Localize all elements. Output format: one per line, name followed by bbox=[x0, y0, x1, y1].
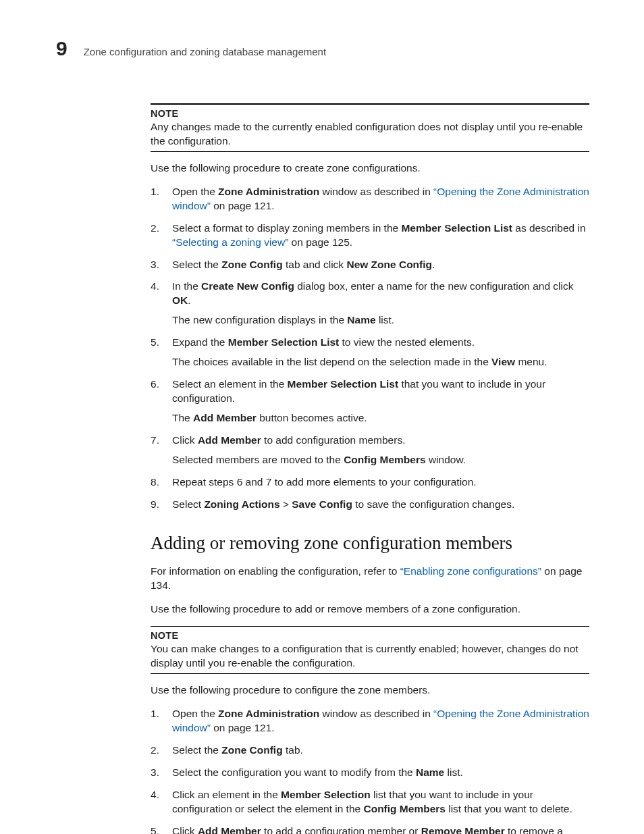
ui-term: Config Members bbox=[363, 803, 445, 814]
step-text: In the bbox=[172, 280, 201, 292]
ui-term: Zone Config bbox=[221, 744, 282, 756]
step-text: Click bbox=[172, 434, 198, 446]
ui-term: View bbox=[491, 356, 515, 367]
step-text: window as described in bbox=[319, 708, 433, 719]
running-title: Zone configuration and zoning database m… bbox=[84, 45, 326, 59]
page: 9 Zone configuration and zoning database… bbox=[56, 35, 589, 834]
cross-reference-link[interactable]: “Selecting a zoning view” bbox=[172, 236, 288, 248]
step-item: Select a format to display zoning member… bbox=[151, 221, 589, 250]
step-item: Click Add Member to add a configuration … bbox=[151, 825, 589, 834]
paragraph: For information on enabling the configur… bbox=[151, 565, 589, 593]
ui-term: New Zone Config bbox=[346, 259, 432, 270]
step-text: The bbox=[172, 412, 193, 423]
step-text: Select a format to display zoning member… bbox=[172, 222, 401, 234]
ui-term: Remove Member bbox=[421, 825, 505, 834]
ui-term: Name bbox=[347, 314, 375, 325]
step-text: button becomes active. bbox=[257, 412, 367, 423]
step-text: tab. bbox=[283, 744, 303, 756]
step-text: list that you want to delete. bbox=[446, 803, 572, 814]
ui-term: Name bbox=[416, 766, 444, 778]
step-text: to add a configuration member or bbox=[261, 825, 421, 834]
step-item: Select Zoning Actions > Save Config to s… bbox=[151, 498, 589, 512]
note-label: NOTE bbox=[151, 107, 589, 121]
chapter-number: 9 bbox=[56, 35, 68, 63]
step-item: In the Create New Config dialog box, ent… bbox=[151, 280, 589, 328]
ui-term: OK bbox=[172, 294, 188, 306]
ui-term: Member Selection List bbox=[401, 222, 512, 234]
step-item: Open the Zone Administration window as d… bbox=[151, 707, 589, 735]
ui-term: Save Config bbox=[292, 498, 352, 510]
step-text: list. bbox=[376, 314, 395, 325]
step-text: Expand the bbox=[172, 336, 228, 348]
ui-term: Zone Administration bbox=[218, 708, 319, 719]
step-text: Select the bbox=[172, 259, 221, 270]
note-rule bbox=[151, 151, 589, 152]
step-text: Click bbox=[172, 825, 198, 834]
intro-paragraph: Use the following procedure to create zo… bbox=[151, 161, 589, 176]
step-text: Select bbox=[172, 498, 204, 510]
step-result: The new configuration displays in the Na… bbox=[172, 313, 589, 328]
step-text: window as described in bbox=[319, 186, 433, 197]
step-text: The new configuration displays in the bbox=[172, 314, 347, 325]
step-item: Repeat steps 6 and 7 to add more element… bbox=[151, 475, 589, 490]
note-rule bbox=[151, 626, 589, 627]
step-text: Open the bbox=[172, 708, 218, 719]
procedure-list: Open the Zone Administration window as d… bbox=[151, 185, 589, 512]
step-text: to view the nested elements. bbox=[339, 336, 475, 348]
step-result: Selected members are moved to the Config… bbox=[172, 453, 589, 467]
step-text: The choices available in the list depend… bbox=[172, 356, 491, 367]
ui-term: Member Selection List bbox=[288, 378, 399, 390]
step-text: on page 121. bbox=[211, 722, 275, 733]
step-text: on page 125. bbox=[288, 236, 352, 248]
step-text: as described in bbox=[512, 222, 586, 234]
step-text: Select an element in the bbox=[172, 378, 288, 390]
step-item: Select the Zone Config tab and click New… bbox=[151, 258, 589, 272]
intro-paragraph: Use the following procedure to configure… bbox=[151, 683, 589, 698]
step-text: dialog box, enter a name for the new con… bbox=[294, 280, 574, 292]
step-text: Repeat steps 6 and 7 to add more element… bbox=[172, 476, 477, 488]
step-text: Select the configuration you want to mod… bbox=[172, 766, 416, 778]
step-text: Select the bbox=[172, 744, 221, 756]
step-text: on page 121. bbox=[211, 200, 275, 211]
step-text: Click an element in the bbox=[172, 789, 281, 800]
text: For information on enabling the configur… bbox=[151, 565, 400, 577]
ui-term: Add Member bbox=[198, 434, 261, 446]
body-content: NOTE Any changes made to the currently e… bbox=[151, 103, 589, 835]
note-rule bbox=[151, 673, 589, 674]
step-text: to save the configuration changes. bbox=[352, 498, 514, 510]
step-item: Select the configuration you want to mod… bbox=[151, 766, 589, 780]
ui-term: Member Selection List bbox=[228, 336, 340, 348]
section-heading: Adding or removing zone configuration me… bbox=[151, 531, 589, 555]
ui-term: Add Member bbox=[198, 825, 261, 834]
cross-reference-link[interactable]: “Enabling zone configurations” bbox=[400, 565, 541, 577]
step-text: list. bbox=[444, 766, 463, 778]
running-header: 9 Zone configuration and zoning database… bbox=[56, 35, 589, 63]
ui-term: Zone Config bbox=[221, 259, 282, 270]
step-item: Click Add Member to add configuration me… bbox=[151, 434, 589, 467]
paragraph: Use the following procedure to add or re… bbox=[151, 602, 589, 617]
step-item: Expand the Member Selection List to view… bbox=[151, 336, 589, 369]
step-result: The choices available in the list depend… bbox=[172, 355, 589, 369]
step-text: to add configuration members. bbox=[261, 434, 406, 446]
step-text: Open the bbox=[172, 186, 218, 197]
step-text: window. bbox=[426, 454, 466, 465]
note-rule bbox=[151, 103, 589, 105]
step-text: > bbox=[280, 498, 292, 510]
step-item: Select an element in the Member Selectio… bbox=[151, 377, 589, 425]
step-item: Click an element in the Member Selection… bbox=[151, 788, 589, 816]
step-result: The Add Member button becomes active. bbox=[172, 411, 589, 425]
procedure-list: Open the Zone Administration window as d… bbox=[151, 707, 589, 834]
ui-term: Zone Administration bbox=[218, 186, 319, 197]
ui-term: Create New Config bbox=[201, 280, 294, 292]
note-body: You can make changes to a configuration … bbox=[151, 642, 589, 671]
step-text: . bbox=[188, 294, 190, 306]
step-item: Open the Zone Administration window as d… bbox=[151, 185, 589, 213]
step-text: . bbox=[432, 259, 435, 270]
note-label: NOTE bbox=[151, 629, 589, 643]
ui-term: Add Member bbox=[193, 412, 257, 423]
step-item: Select the Zone Config tab. bbox=[151, 744, 589, 758]
step-text: Selected members are moved to the bbox=[172, 454, 344, 465]
ui-term: Member Selection bbox=[281, 789, 371, 800]
ui-term: Config Members bbox=[344, 454, 425, 465]
note-body: Any changes made to the currently enable… bbox=[151, 120, 589, 149]
